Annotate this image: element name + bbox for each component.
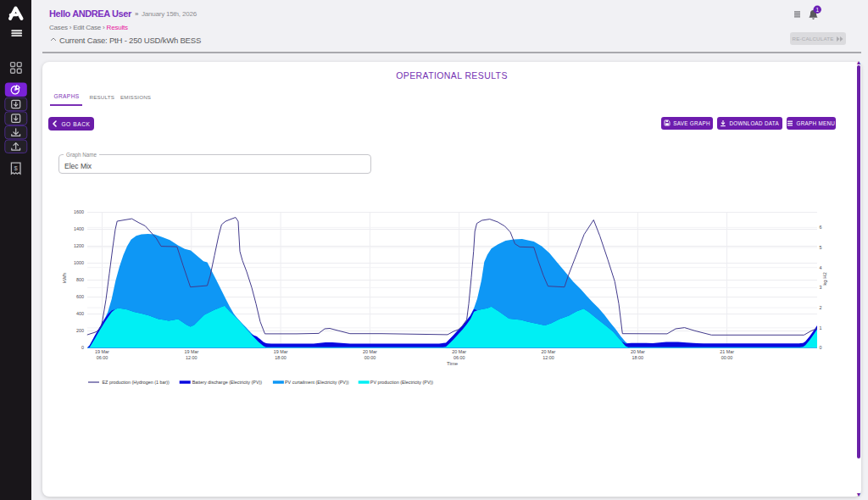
svg-text:$: $: [14, 164, 19, 172]
svg-text:PV curtailment (Electricity (P: PV curtailment (Electricity (PV)): [285, 380, 349, 385]
svg-text:1400: 1400: [74, 226, 84, 231]
svg-text:21 Mar: 21 Mar: [720, 349, 734, 354]
svg-text:kWh: kWh: [62, 273, 67, 283]
svg-text:400: 400: [76, 311, 84, 316]
svg-text:20 Mar: 20 Mar: [363, 349, 377, 354]
svg-text:1600: 1600: [74, 209, 84, 214]
svg-text:6: 6: [820, 225, 822, 230]
svg-text:800: 800: [76, 277, 84, 282]
svg-text:1000: 1000: [74, 260, 84, 265]
svg-text:PV production (Electricity (PV: PV production (Electricity (PV)): [370, 380, 433, 385]
svg-text:20 Mar: 20 Mar: [631, 349, 645, 354]
svg-text:06:00: 06:00: [97, 355, 108, 360]
svg-text:06:00: 06:00: [453, 355, 465, 360]
svg-text:19 Mar: 19 Mar: [95, 349, 109, 354]
svg-text:Battery discharge (Electricity: Battery discharge (Electricity (PV)): [192, 380, 263, 385]
svg-text:18:00: 18:00: [632, 355, 644, 360]
svg-text:200: 200: [76, 328, 84, 333]
svg-text:20 Mar: 20 Mar: [542, 349, 556, 354]
svg-text:kg H2: kg H2: [822, 272, 827, 286]
svg-text:4: 4: [820, 265, 822, 270]
svg-text:1200: 1200: [74, 243, 84, 248]
svg-text:00:00: 00:00: [364, 355, 376, 360]
svg-text:19 Mar: 19 Mar: [184, 349, 198, 354]
svg-text:0: 0: [820, 345, 822, 350]
svg-text:0: 0: [81, 345, 84, 350]
svg-text:18:00: 18:00: [275, 355, 287, 360]
svg-text:12:00: 12:00: [186, 355, 198, 360]
svg-text:20 Mar: 20 Mar: [452, 349, 466, 354]
svg-text:1: 1: [820, 325, 822, 331]
svg-text:EZ production (Hydrogen (1 bar: EZ production (Hydrogen (1 bar)): [103, 380, 170, 385]
svg-text:12:00: 12:00: [542, 355, 554, 360]
svg-text:2: 2: [820, 305, 822, 310]
svg-text:600: 600: [76, 294, 84, 299]
svg-text:Time: Time: [447, 361, 459, 366]
svg-text:00:00: 00:00: [721, 355, 733, 360]
svg-text:1: 1: [815, 7, 819, 13]
svg-text:5: 5: [820, 245, 822, 250]
svg-text:19 Mar: 19 Mar: [274, 349, 288, 354]
